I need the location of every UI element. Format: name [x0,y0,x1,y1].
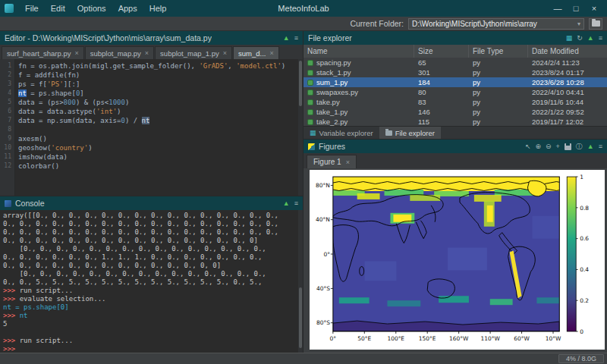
panel-menu-icon[interactable]: ≡ [599,35,602,42]
float-panel-icon[interactable]: ▲ [587,35,594,42]
browse-folder-button[interactable] [589,18,602,30]
tab-variable-explorer[interactable]: ▦Variable explorer [304,127,379,139]
close-icon[interactable]: × [145,49,149,57]
editor-panel: Editor - D:\Working\MIScript\Jython\mis\… [0,31,303,196]
menu-file[interactable]: File [19,2,45,14]
folder-icon [385,130,392,136]
table-row[interactable]: stack_1.py301py2023/8/24 01:17 [304,67,607,77]
close-icon[interactable]: × [269,49,273,57]
editor-tab-bar: surf_heart_sharp.py×subplot_map.py×subpl… [0,45,303,59]
line-number: 11 [0,152,15,162]
memory-usage-indicator: 4% / 8.0G [558,354,604,363]
info-icon[interactable]: ⓘ [576,143,583,150]
svg-text:0.8: 0.8 [580,205,589,212]
code-line: 8 [0,125,303,134]
svg-text:1: 1 [580,174,583,180]
editor-tab[interactable]: subplot_map_1.py× [155,46,232,59]
float-panel-icon[interactable]: ▲ [283,200,290,207]
folder-icon [592,20,600,27]
file-date: 2023/6/28 10:28 [528,77,607,87]
chevron-down-icon[interactable]: ▾ [577,20,580,27]
float-panel-icon[interactable]: ▲ [587,143,594,150]
figure-content: 0°50°E100°E150°E160°W110°W60°W10°W 80°N4… [304,168,607,353]
table-row[interactable]: take.py83py2019/11/6 10:44 [304,97,607,107]
console-line: >>> run script... [3,337,300,345]
editor-tab[interactable]: subplot_map.py× [85,46,154,59]
code-text: colorbar() [15,162,59,171]
editor-tab-label: subplot_map.py [90,49,141,58]
maximize-button[interactable]: □ [568,1,584,16]
line-number: 5 [0,98,15,107]
editor-tab[interactable]: sum_d...× [233,46,279,59]
column-header-size[interactable]: Size [414,45,469,58]
svg-text:50°E: 50°E [357,335,371,342]
table-row[interactable]: swapaxes.py80py2022/4/10 04:41 [304,87,607,97]
menu-help[interactable]: Help [143,2,173,14]
file-type: py [469,107,528,117]
console-line [3,328,300,337]
python-file-icon [307,80,313,86]
close-icon[interactable]: × [223,49,227,57]
world-map-plot: 0°50°E100°E150°E160°W110°W60°W10°W 80°N4… [312,172,602,347]
main-area: Editor - D:\Working\MIScript\Jython\mis\… [0,31,607,353]
table-row[interactable]: spacing.py65py2024/2/4 11:23 [304,58,607,67]
svg-text:80°N: 80°N [316,182,330,189]
close-button[interactable]: × [586,1,602,16]
pan-icon[interactable]: + [556,143,560,150]
menu-apps[interactable]: Apps [112,2,143,14]
file-date: 2019/11/7 12:02 [528,117,607,126]
table-row[interactable]: sum_1.py184py2023/6/28 10:28 [304,77,607,87]
file-name: take.py [316,98,340,106]
editor-scrollbar-thumb[interactable] [299,61,302,106]
select-cursor-icon[interactable]: ↖ [525,143,531,150]
column-header-name[interactable]: Name [304,45,414,58]
panel-menu-icon[interactable]: ≡ [599,143,602,150]
menu-options[interactable]: Options [71,2,112,14]
code-text: data = (ps>800) & (ps<1000) [15,98,129,107]
file-explorer-panel: File explorer ▦ ↻ ▲ ≡ NameSizeFile TypeD… [304,31,607,140]
figure-tab[interactable]: Figure 1 × [307,155,357,168]
table-row[interactable]: take_2.py115py2019/11/7 12:02 [304,117,607,126]
figure-canvas[interactable]: 0°50°E100°E150°E160°W110°W60°W10°W 80°N4… [310,170,605,350]
zoom-out-icon[interactable]: ⊖ [546,143,552,150]
svg-text:150°E: 150°E [419,335,436,342]
console-line: nt = ps.shape[0] [3,303,300,312]
current-folder-combobox[interactable]: D:\Working\MIScript\Jython\mis\array ▾ [408,18,584,30]
title-bar: FileEditOptionsAppsHelp MeteoInfoLab — □… [0,0,607,17]
console-line: 5 [3,320,300,328]
console-scrollbar[interactable] [298,210,303,353]
python-file-icon [307,89,313,96]
panel-menu-icon[interactable]: ≡ [294,35,298,42]
table-row[interactable]: take_1.py146py2022/1/22 09:52 [304,107,607,117]
float-panel-icon[interactable]: ▲ [283,35,290,42]
y-axis-labels: 80°N40°N0°40°S80°S [316,182,330,326]
save-figure-icon[interactable] [565,143,571,150]
svg-text:80°S: 80°S [316,319,330,326]
editor-tab[interactable]: surf_heart_sharp.py× [2,46,84,59]
code-text: fn = os.path.join(migl.get_sample_folder… [15,61,285,71]
minimize-button[interactable]: — [549,1,566,16]
console-output[interactable]: array([[0., 0., 0., 0., 0., 0., 0., 0., … [0,210,303,353]
code-lines: 1fn = os.path.join(migl.get_sample_folde… [0,61,303,171]
editor-scrollbar[interactable] [298,59,303,196]
code-line: 4nt = ps.shape[0] [0,89,303,98]
explorer-subtabs: ▦Variable explorerFile explorer [304,126,607,139]
file-name: take_1.py [316,108,348,116]
code-area[interactable]: 1fn = os.path.join(migl.get_sample_folde… [0,59,303,196]
grid-view-icon[interactable]: ▦ [566,35,573,42]
menu-edit[interactable]: Edit [45,2,71,14]
zoom-in-icon[interactable]: ⊕ [535,143,541,150]
editor-header: Editor - D:\Working\MIScript\Jython\mis\… [0,31,303,45]
current-folder-label: Current Folder: [350,19,404,28]
refresh-icon[interactable]: ↻ [577,35,583,42]
close-icon[interactable]: × [75,49,79,57]
editor-tab-label: surf_heart_sharp.py [7,49,71,58]
console-line: 0., 0., 0., 0., 0., 0., 0., 0., 0., 0., … [3,228,300,237]
column-header-file-type[interactable]: File Type [469,45,528,58]
panel-menu-icon[interactable]: ≡ [294,200,298,207]
console-scrollbar-thumb[interactable] [299,287,302,348]
close-icon[interactable]: × [346,158,350,166]
console-line: array([[0., 0., 0., 0., 0., 0., 0., 0., … [3,212,300,220]
tab-file-explorer[interactable]: File explorer [379,127,441,139]
column-header-date-modified[interactable]: Date Modified [528,45,607,58]
